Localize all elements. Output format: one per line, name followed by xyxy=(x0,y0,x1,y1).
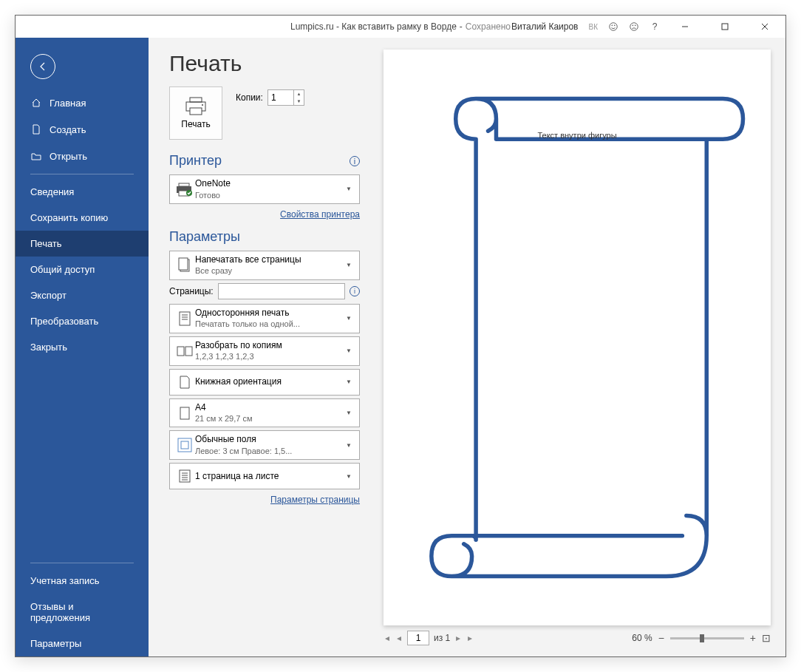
nav-print[interactable]: Печать xyxy=(16,231,149,257)
page-setup-link[interactable]: Параметры страницы xyxy=(270,495,360,505)
last-page-button[interactable]: ▸ xyxy=(466,633,474,643)
nav-share[interactable]: Общий доступ xyxy=(16,257,149,282)
smile-icon[interactable] xyxy=(608,21,618,32)
paper-size-dropdown[interactable]: A4 21 см x 29,7 см ▼ xyxy=(169,398,360,428)
nav-export[interactable]: Экспорт xyxy=(16,282,149,308)
printer-name: OneNote xyxy=(195,178,343,190)
copies-input[interactable]: 1 ▲ ▼ xyxy=(267,89,304,106)
zoom-in-button[interactable]: + xyxy=(750,632,756,644)
next-page-button[interactable]: ▸ xyxy=(454,633,462,643)
zoom-out-button[interactable]: − xyxy=(658,632,664,644)
nav-feedback[interactable]: Отзывы и предложения xyxy=(16,594,149,631)
nav-divider xyxy=(30,174,134,174)
chevron-down-icon: ▼ xyxy=(343,379,355,385)
onesheet-icon xyxy=(174,469,195,483)
svg-rect-25 xyxy=(185,347,192,356)
titlebar-right: Виталий Каиров ВК ? xyxy=(511,17,780,36)
nav-transform[interactable]: Преобразовать xyxy=(16,308,149,334)
page-number-input[interactable] xyxy=(407,631,429,645)
main-area: Печать Печать Копии: 1 ▲ ▼ xyxy=(149,38,785,656)
nav-label: Создать xyxy=(50,124,86,135)
spinner-up[interactable]: ▲ xyxy=(294,90,304,98)
print-range-dropdown[interactable]: Напечатать все страницы Все сразу ▼ xyxy=(169,251,360,280)
shape-inner-text: Текст внутри фигуры xyxy=(537,131,616,140)
collate-dropdown[interactable]: Разобрать по копиям 1,2,3 1,2,3 1,2,3 ▼ xyxy=(169,336,360,366)
chevron-down-icon: ▼ xyxy=(343,315,355,322)
dropdown-text: Обычные поля Левое: 3 см Правое: 1,5... xyxy=(195,434,343,456)
sides-dropdown[interactable]: Односторонняя печать Печатать только на … xyxy=(169,304,360,333)
printer-properties-link[interactable]: Свойства принтера xyxy=(280,209,360,220)
back-button[interactable] xyxy=(30,54,55,79)
nav-label: Сведения xyxy=(30,186,74,197)
chevron-down-icon: ▼ xyxy=(343,262,355,268)
svg-rect-20 xyxy=(180,312,190,325)
settings-section-label: Параметры xyxy=(169,229,240,245)
zoom-thumb[interactable] xyxy=(700,634,704,642)
nav-label: Закрыть xyxy=(30,342,67,353)
svg-point-13 xyxy=(202,104,203,106)
print-settings-column: Печать Печать Копии: 1 ▲ ▼ xyxy=(149,38,378,656)
first-page-button[interactable]: ◂ xyxy=(384,633,391,643)
user-name[interactable]: Виталий Каиров xyxy=(511,21,579,32)
maximize-button[interactable] xyxy=(710,17,740,36)
svg-rect-7 xyxy=(722,24,728,30)
help-icon[interactable]: ? xyxy=(650,21,660,32)
nav-label: Главная xyxy=(50,98,86,109)
zoom-controls: 60 % − + ⊡ xyxy=(632,632,771,644)
option-title: Обычные поля xyxy=(195,434,343,446)
option-sub: Все сразу xyxy=(195,265,343,276)
body: Главная Создать Открыть Сведения Сохрани… xyxy=(16,38,785,656)
svg-rect-14 xyxy=(179,183,189,186)
minimize-button[interactable] xyxy=(670,17,700,36)
nav-new[interactable]: Создать xyxy=(16,116,149,143)
dropdown-text: Книжная ориентация xyxy=(195,376,343,388)
svg-point-5 xyxy=(635,25,635,26)
nav-home[interactable]: Главная xyxy=(16,89,149,116)
frown-icon[interactable] xyxy=(629,21,639,32)
title-separator: - xyxy=(460,21,463,32)
nav-divider-2 xyxy=(30,563,134,563)
oneside-icon xyxy=(174,310,195,327)
zoom-value: 60 % xyxy=(632,633,652,643)
prev-page-button[interactable]: ◂ xyxy=(395,633,403,643)
nav-info[interactable]: Сведения xyxy=(16,179,149,205)
nav-close[interactable]: Закрыть xyxy=(16,334,149,360)
nav-save-copy[interactable]: Сохранить копию xyxy=(16,205,149,231)
pages-per-sheet-dropdown[interactable]: 1 страница на листе ▼ xyxy=(169,463,360,489)
chevron-down-icon: ▼ xyxy=(343,347,355,354)
nav-label: Учетная запись xyxy=(30,575,100,586)
svg-rect-26 xyxy=(180,407,189,419)
close-button[interactable] xyxy=(750,17,780,36)
printer-info-icon[interactable]: i xyxy=(350,156,360,166)
home-icon xyxy=(30,97,42,109)
dropdown-text: 1 страница на листе xyxy=(195,471,343,483)
pages-input[interactable] xyxy=(218,283,345,299)
option-title: Разобрать по копиям xyxy=(195,340,343,352)
pages-info-icon[interactable]: i xyxy=(350,286,360,296)
nav-options[interactable]: Параметры xyxy=(16,631,149,656)
svg-point-1 xyxy=(612,25,613,26)
chevron-down-icon: ▼ xyxy=(343,410,355,416)
spinner-down[interactable]: ▼ xyxy=(294,98,304,105)
settings-section-title: Параметры xyxy=(169,229,360,245)
fit-page-button[interactable]: ⊡ xyxy=(762,632,771,644)
copies-spinner: ▲ ▼ xyxy=(293,90,304,105)
margins-dropdown[interactable]: Обычные поля Левое: 3 см Правое: 1,5... … xyxy=(169,430,360,460)
print-button[interactable]: Печать xyxy=(169,86,222,140)
nav-open[interactable]: Открыть xyxy=(16,143,149,169)
orientation-dropdown[interactable]: Книжная ориентация ▼ xyxy=(169,369,360,396)
dropdown-text: Напечатать все страницы Все сразу xyxy=(195,254,343,276)
dropdown-text: Односторонняя печать Печатать только на … xyxy=(195,308,343,330)
printer-dropdown[interactable]: OneNote Готово ▼ xyxy=(169,174,360,204)
printer-status-icon xyxy=(174,182,195,197)
nav-account[interactable]: Учетная запись xyxy=(16,568,149,594)
zoom-slider[interactable] xyxy=(670,637,744,639)
scroll-shape xyxy=(407,73,747,602)
option-title: Односторонняя печать xyxy=(195,308,343,319)
option-title: 1 страница на листе xyxy=(195,471,343,483)
document-title: Lumpics.ru - Как вставить рамку в Ворде xyxy=(290,21,457,32)
svg-point-2 xyxy=(614,25,615,26)
copies-label: Копии: xyxy=(236,92,263,103)
preview-column: Текст внутри фигуры ◂ ◂ из 1 ▸ ▸ 60 % − xyxy=(378,38,785,656)
option-title: Книжная ориентация xyxy=(195,376,343,388)
